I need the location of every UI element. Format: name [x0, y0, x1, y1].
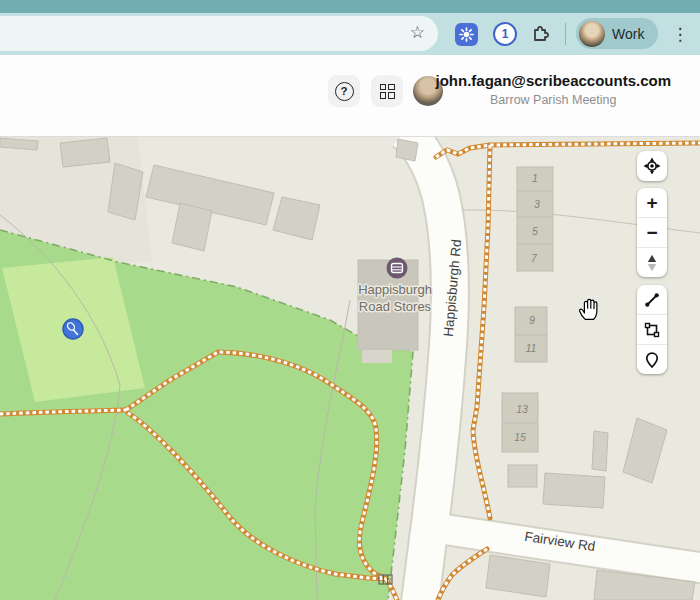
browser-profile-chip[interactable]: Work — [576, 18, 658, 49]
sun-gear-icon — [459, 27, 474, 42]
svg-text:5: 5 — [532, 225, 538, 237]
toolbar-divider — [565, 23, 566, 45]
path-tool-icon — [643, 291, 661, 309]
compass-button[interactable] — [637, 247, 667, 277]
account-identity: john.fagan@scribeaccounts.com Barrow Par… — [435, 72, 671, 107]
svg-text:3: 3 — [534, 198, 540, 210]
browser-tab-strip — [0, 0, 700, 13]
add-pin-button[interactable] — [637, 344, 667, 374]
map-canvas[interactable]: Happisburgh Road Stores 1 3 5 7 9 11 13 … — [0, 137, 700, 600]
svg-text:13: 13 — [516, 403, 528, 415]
svg-text:9: 9 — [529, 314, 535, 326]
help-icon: ? — [335, 82, 354, 101]
sports-pitch-marker[interactable] — [63, 319, 83, 339]
store-label-line2: Road Stores — [359, 299, 432, 314]
pin-tool-icon — [643, 351, 661, 369]
app-header: ? john.fagan@scribeaccounts.com Barrow P… — [0, 55, 700, 137]
store-label-line1: Happisburgh — [358, 282, 432, 297]
store-icon — [387, 258, 408, 279]
account-email: john.fagan@scribeaccounts.com — [435, 72, 671, 89]
zoom-in-button[interactable]: + — [637, 188, 667, 217]
terrace-13-15 — [502, 393, 538, 452]
browser-toolbar: ☆ 1 Work ⋮ — [0, 13, 700, 55]
bookmark-star-icon[interactable]: ☆ — [410, 23, 425, 43]
zoom-control: + − — [637, 188, 667, 277]
locate-button[interactable] — [637, 151, 667, 181]
help-button[interactable]: ? — [328, 75, 360, 107]
extension-icon-blue[interactable] — [455, 23, 478, 46]
grid-icon — [380, 84, 395, 99]
compass-icon — [643, 252, 661, 274]
map-container: Happisburgh Road Stores 1 3 5 7 9 11 13 … — [0, 137, 700, 600]
svg-text:15: 15 — [514, 431, 526, 443]
extensions-puzzle-icon[interactable] — [529, 22, 551, 44]
address-bar[interactable]: ☆ — [0, 16, 438, 51]
draw-area-button[interactable] — [637, 314, 667, 344]
profile-avatar — [579, 21, 605, 47]
password-manager-icon[interactable]: 1 — [493, 22, 517, 46]
svg-text:11: 11 — [526, 342, 537, 354]
draw-tools-control — [637, 285, 667, 374]
measure-path-button[interactable] — [637, 285, 667, 314]
apps-grid-button[interactable] — [371, 75, 403, 107]
profile-name: Work — [612, 26, 644, 42]
area-tool-icon — [643, 321, 661, 339]
browser-menu-button[interactable]: ⋮ — [667, 21, 693, 47]
svg-text:1: 1 — [532, 172, 538, 184]
locate-icon — [643, 157, 661, 175]
account-organisation: Barrow Parish Meeting — [490, 93, 616, 107]
zoom-out-button[interactable]: − — [637, 217, 667, 247]
